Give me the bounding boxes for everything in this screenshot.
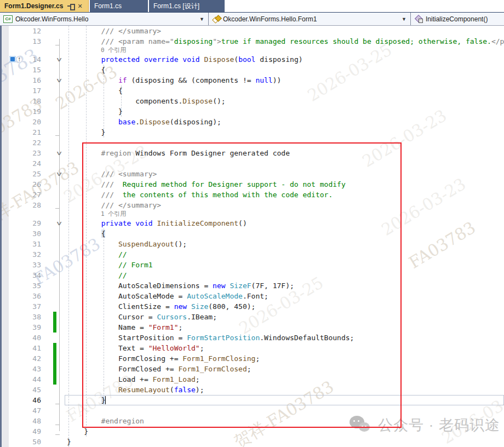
line-number[interactable]: 13 [0, 36, 41, 47]
fold-chevron-icon[interactable]: v [51, 75, 66, 85]
line-number[interactable]: 19 [0, 106, 41, 117]
codelens-row[interactable]: 0 个引用 [0, 47, 504, 54]
line-number[interactable]: 45 [0, 385, 41, 395]
chevron-down-icon[interactable]: ▼ [199, 16, 208, 22]
annotation-red-box [82, 142, 402, 428]
line-number[interactable]: 38 [0, 312, 41, 322]
line-number[interactable]: 15 [0, 65, 41, 75]
line-number[interactable]: 37 [0, 301, 41, 312]
code-text: if (disposing && (components != null)) [67, 75, 281, 85]
code-text: } [67, 437, 71, 447]
fold-chevron-icon[interactable]: v [51, 218, 66, 228]
code-editor[interactable]: 3783 2026-03 2026-03-25 -FA03783 2026-03… [0, 26, 504, 447]
document-tab-bar: Form1.Designer.cs ✕ Form1.cs Form1.cs [设… [0, 0, 504, 12]
line-number[interactable]: 18 [0, 96, 41, 106]
tab-label: Form1.cs [94, 2, 122, 10]
change-bar [53, 312, 56, 333]
line-number[interactable]: 39 [0, 322, 41, 333]
line-number[interactable]: 30 [0, 228, 41, 239]
line-number[interactable]: 48 [0, 416, 41, 426]
code-line[interactable]: 15 { [0, 65, 504, 75]
line-number[interactable]: 27 [0, 190, 41, 200]
member-dropdown[interactable]: InitializeComponent() [411, 13, 504, 25]
tab-form1-designer-cs[interactable]: Form1.Designer.cs ✕ [0, 0, 89, 12]
code-line[interactable]: 20 base.Dispose(disposing); [0, 117, 504, 127]
type-name: Okcoder.WinForms.Hello.Form1 [223, 15, 317, 23]
line-number[interactable]: 32 [0, 249, 41, 260]
code-text: components.Dispose(); [67, 96, 226, 106]
window-edge [0, 26, 2, 447]
line-number[interactable]: 23 [0, 148, 41, 158]
code-text: /// <param name="disposing">true if mana… [67, 36, 504, 47]
line-number[interactable]: 35 [0, 280, 41, 291]
code-line[interactable]: 17 { [0, 85, 504, 96]
type-dropdown[interactable]: Okcoder.WinForms.Hello.Form1 ▼ [209, 13, 411, 25]
member-name: InitializeComponent() [426, 15, 488, 23]
code-text: { [67, 85, 123, 96]
code-text: /// </summary> [67, 26, 161, 36]
private-method-icon [414, 15, 423, 23]
navigation-bar: C# Okcoder.WinForms.Hello ▼ Okcoder.WinF… [0, 12, 504, 26]
pin-icon[interactable] [67, 3, 74, 9]
tab-form1-cs[interactable]: Form1.cs [90, 0, 148, 12]
line-number[interactable]: 44 [0, 374, 41, 385]
vs-editor-window: Form1.Designer.cs ✕ Form1.cs Form1.cs [设… [0, 0, 504, 447]
line-number[interactable]: 46 [0, 395, 41, 405]
code-line[interactable]: 16v if (disposing && (components != null… [0, 75, 504, 85]
code-text: { [67, 65, 105, 75]
code-line[interactable]: 13 /// <param name="disposing">true if m… [0, 36, 504, 47]
line-number[interactable]: 36 [0, 291, 41, 301]
csharp-project-icon: C# [3, 15, 13, 23]
line-number[interactable]: 21 [0, 127, 41, 137]
line-number[interactable]: 20 [0, 117, 41, 127]
line-number[interactable]: 42 [0, 353, 41, 364]
code-text: base.Dispose(disposing); [67, 117, 221, 127]
line-number[interactable]: 25 [0, 169, 41, 179]
tab-label: Form1.cs [设计] [153, 2, 199, 11]
line-number[interactable]: 28 [0, 200, 41, 210]
code-text: protected override void Dispose(bool dis… [67, 54, 303, 65]
line-number[interactable]: 12 [0, 26, 41, 36]
line-number[interactable]: 49 [0, 426, 41, 437]
fold-chevron-icon[interactable]: v [51, 148, 66, 158]
line-number[interactable]: 17 [0, 85, 41, 96]
line-number[interactable]: 47 [0, 405, 41, 416]
class-icon [212, 15, 221, 23]
line-number[interactable]: 31 [0, 239, 41, 249]
code-line[interactable]: 12 /// </summary> [0, 26, 504, 36]
code-line[interactable]: 14↑v protected override void Dispose(boo… [0, 54, 504, 65]
line-number[interactable]: 26 [0, 179, 41, 190]
line-number[interactable]: 40 [0, 333, 41, 343]
code-line[interactable]: 21 } [0, 127, 504, 137]
line-number[interactable]: 41 [0, 343, 41, 353]
code-line[interactable]: 18 components.Dispose(); [0, 96, 504, 106]
line-number[interactable]: 43 [0, 364, 41, 374]
line-number[interactable]: 33 [0, 260, 41, 270]
fold-chevron-icon[interactable]: v [51, 169, 66, 179]
codelens-text: 0 个引用 [101, 47, 126, 54]
project-name: Okcoder.WinForms.Hello [15, 15, 88, 23]
line-number[interactable]: 16 [0, 75, 41, 85]
project-dropdown[interactable]: C# Okcoder.WinForms.Hello ▼ [0, 13, 209, 25]
tab-label: Form1.Designer.cs [4, 2, 63, 10]
code-text: } [67, 127, 105, 137]
line-number[interactable]: 24 [0, 158, 41, 169]
close-icon[interactable]: ✕ [77, 3, 82, 10]
code-line[interactable]: 50} [0, 437, 504, 447]
line-number[interactable]: 22 [0, 137, 41, 148]
chevron-down-icon[interactable]: ▼ [402, 16, 410, 22]
line-number[interactable]: 29 [0, 218, 41, 228]
override-indicator-icon[interactable]: ↑ [9, 54, 26, 65]
code-line[interactable]: 19 } [0, 106, 504, 117]
tab-form1-cs-design[interactable]: Form1.cs [设计] [149, 0, 225, 12]
code-text: } [67, 106, 123, 117]
fold-chevron-icon[interactable]: v [51, 54, 66, 65]
change-bar [53, 343, 56, 385]
line-number[interactable]: 34 [0, 270, 41, 280]
line-number[interactable]: 50 [0, 437, 41, 447]
